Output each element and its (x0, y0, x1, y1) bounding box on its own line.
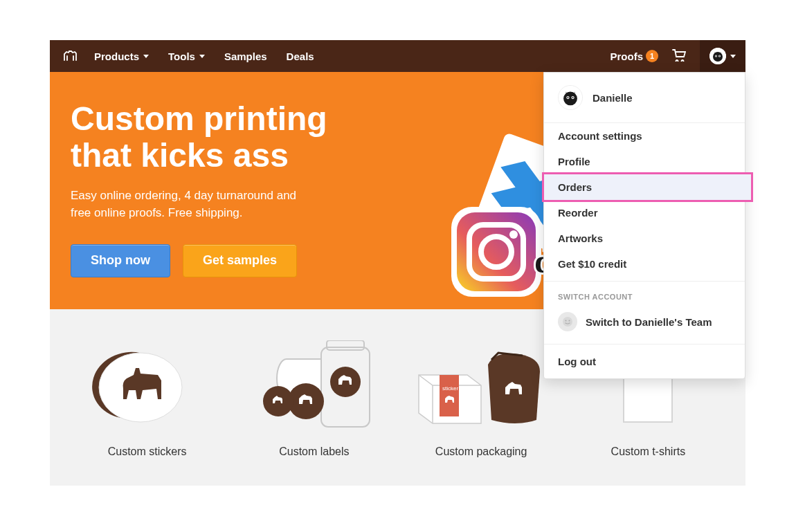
dropdown-item-profile[interactable]: Profile (544, 149, 745, 174)
avatar (558, 85, 583, 110)
category-label: Custom labels (279, 446, 349, 458)
svg-point-14 (569, 320, 570, 322)
team-avatar-icon (558, 312, 577, 331)
svg-point-7 (563, 92, 577, 106)
chevron-down-icon (143, 55, 149, 58)
nav-label: Products (94, 51, 139, 62)
top-navbar: Products Tools Samples Deals Proofs 1 (50, 40, 745, 72)
dropdown-item-credit[interactable]: Get $10 credit (544, 251, 745, 277)
svg-point-36 (263, 386, 293, 416)
svg-point-33 (330, 367, 361, 397)
svg-point-10 (567, 97, 568, 98)
account-menu-toggle[interactable] (700, 40, 745, 72)
account-dropdown: Danielle Account settings Profile Orders… (543, 72, 745, 379)
nav-label: Deals (287, 51, 314, 62)
category-label: Custom stickers (108, 446, 187, 458)
category-stickers[interactable]: Custom stickers (71, 340, 224, 458)
packaging-icon: sticker (412, 340, 550, 430)
category-labels[interactable]: Custom labels (237, 340, 390, 458)
nav-tools[interactable]: Tools (168, 51, 205, 62)
nav-label: Tools (168, 51, 195, 62)
nav-proofs[interactable]: Proofs 1 (610, 50, 658, 62)
dropdown-item-logout[interactable]: Log out (544, 344, 745, 378)
dropdown-item-reorder[interactable]: Reorder (544, 200, 745, 226)
get-samples-button[interactable]: Get samples (183, 244, 297, 277)
svg-point-1 (713, 52, 723, 62)
dropdown-item-artworks[interactable]: Artworks (544, 226, 745, 251)
category-label: Custom packaging (435, 446, 527, 458)
svg-point-20 (509, 230, 518, 239)
nav-deals[interactable]: Deals (287, 51, 314, 62)
proofs-badge: 1 (646, 50, 658, 62)
labels-icon (252, 340, 377, 430)
svg-text:sticker: sticker (442, 385, 458, 392)
category-label: Custom t-shirts (611, 446, 686, 458)
svg-point-13 (566, 320, 567, 322)
category-packaging[interactable]: sticker Custom packaging (405, 340, 558, 458)
svg-point-12 (563, 317, 572, 327)
dropdown-header: Danielle (544, 73, 745, 123)
chevron-down-icon (730, 55, 736, 58)
switch-text: Switch to Danielle's Team (586, 316, 712, 328)
dropdown-item-account-settings[interactable]: Account settings (544, 123, 745, 149)
divider (544, 281, 745, 282)
cart-icon[interactable] (672, 49, 686, 64)
nav-products[interactable]: Products (94, 51, 149, 62)
nav-label: Samples (224, 51, 267, 62)
switch-account-item[interactable]: Switch to Danielle's Team (544, 305, 745, 344)
nav-samples[interactable]: Samples (224, 51, 267, 62)
chevron-down-icon (199, 55, 205, 58)
svg-point-5 (719, 55, 720, 56)
dropdown-username: Danielle (593, 92, 633, 104)
switch-account-label: SWITCH ACCOUNT (544, 286, 745, 305)
avatar (709, 48, 726, 64)
svg-point-4 (716, 55, 716, 56)
logo-icon[interactable] (62, 48, 79, 64)
svg-rect-32 (327, 340, 364, 350)
svg-point-11 (572, 97, 574, 98)
dropdown-item-orders[interactable]: Orders (542, 172, 753, 202)
shop-now-button[interactable]: Shop now (71, 244, 170, 277)
nav-label: Proofs (610, 51, 643, 62)
stickers-icon (89, 340, 206, 430)
